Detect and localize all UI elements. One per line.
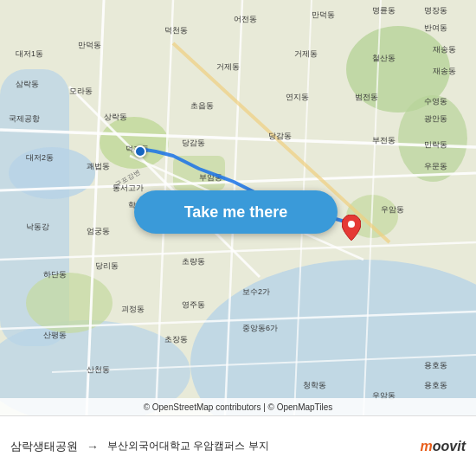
svg-text:괘법동: 괘법동 xyxy=(87,162,110,170)
svg-text:중앙동6가: 중앙동6가 xyxy=(242,324,278,332)
svg-text:범전동: 범전동 xyxy=(355,93,378,101)
svg-text:엄궁동: 엄궁동 xyxy=(87,227,110,235)
footer: 삼락생태공원 → 부산외국어대학교 우암캠퍼스 부지 moovit xyxy=(0,415,476,476)
svg-text:보수2가: 보수2가 xyxy=(242,287,270,296)
svg-text:당감동: 당감동 xyxy=(268,132,292,140)
footer-origin: 삼락생태공원 xyxy=(10,439,78,454)
svg-text:초량동: 초량동 xyxy=(182,257,205,266)
attribution-text: © OpenStreetMap contributors | © OpenMap… xyxy=(144,402,333,412)
svg-text:산천동: 산천동 xyxy=(87,365,110,374)
svg-text:거제동: 거제동 xyxy=(216,62,240,71)
footer-destination: 부산외국어대학교 우암캠퍼스 부지 xyxy=(107,439,269,453)
svg-point-5 xyxy=(100,117,169,169)
svg-text:괴정동: 괴정동 xyxy=(121,305,145,313)
svg-text:초읍동: 초읍동 xyxy=(190,101,214,110)
svg-text:명장동: 명장동 xyxy=(424,6,447,15)
footer-arrow: → xyxy=(87,440,99,453)
svg-text:상락동: 상락동 xyxy=(104,113,127,121)
svg-text:하단동: 하단동 xyxy=(43,270,67,279)
svg-text:명륜동: 명륜동 xyxy=(372,6,396,15)
svg-text:재송동: 재송동 xyxy=(433,67,456,75)
svg-text:모라동: 모라동 xyxy=(69,87,93,95)
svg-text:대저2동: 대저2동 xyxy=(26,153,54,162)
svg-text:만덕동: 만덕동 xyxy=(78,41,101,49)
svg-text:용호동: 용호동 xyxy=(424,361,447,370)
svg-text:우암동: 우암동 xyxy=(381,205,404,214)
svg-text:대저1동: 대저1동 xyxy=(16,49,43,58)
svg-text:용호동: 용호동 xyxy=(424,381,447,389)
svg-point-76 xyxy=(348,221,355,228)
svg-text:재송동: 재송동 xyxy=(433,45,456,54)
svg-text:수영동: 수영동 xyxy=(424,97,447,106)
moovit-logo: moovit xyxy=(421,439,466,454)
destination-pin xyxy=(342,215,361,239)
svg-text:산평동: 산평동 xyxy=(43,331,67,339)
svg-text:초장동: 초장동 xyxy=(164,335,188,344)
svg-text:부전동: 부전동 xyxy=(372,136,396,145)
svg-text:낙동강: 낙동강 xyxy=(26,222,49,231)
svg-text:어전동: 어전동 xyxy=(234,15,257,23)
svg-text:만덕동: 만덕동 xyxy=(312,10,335,19)
svg-text:철산동: 철산동 xyxy=(372,54,396,62)
svg-text:청학동: 청학동 xyxy=(303,381,326,389)
map-container: 대저1동 만덕동 덕천동 어전동 만덕동 명륜동 명장동 반여동 재송동 재송동… xyxy=(0,0,476,415)
svg-text:당감동: 당감동 xyxy=(182,138,205,147)
svg-text:민락동: 민락동 xyxy=(424,140,447,149)
take-me-there-button[interactable]: Take me there xyxy=(134,190,338,234)
svg-point-7 xyxy=(26,273,113,333)
svg-text:삼락동: 삼락동 xyxy=(16,80,39,88)
svg-text:우문동: 우문동 xyxy=(424,162,447,170)
svg-text:거제동: 거제동 xyxy=(294,49,318,58)
svg-text:당리동: 당리동 xyxy=(95,261,119,270)
origin-pin xyxy=(134,145,146,158)
svg-text:국제공항: 국제공항 xyxy=(9,114,40,123)
attribution-bar: © OpenStreetMap contributors | © OpenMap… xyxy=(0,398,476,415)
svg-text:영주동: 영주동 xyxy=(182,300,205,309)
svg-text:광안동: 광안동 xyxy=(424,114,447,123)
svg-text:반여동: 반여동 xyxy=(424,23,447,32)
svg-text:덕천동: 덕천동 xyxy=(164,26,188,35)
svg-text:연지동: 연지동 xyxy=(286,93,309,101)
